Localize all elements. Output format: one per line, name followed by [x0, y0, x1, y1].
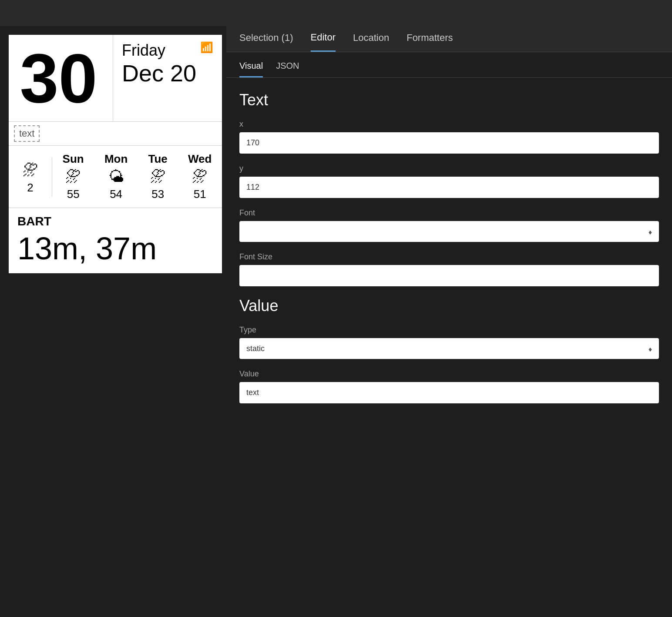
tab-formatters[interactable]: Formatters — [407, 26, 453, 52]
widget-bart-section: BART 13m, 37m — [9, 208, 222, 273]
text-dashed-element[interactable]: text — [14, 125, 40, 142]
weather-sun-temp: 55 — [67, 188, 80, 201]
weather-day-wed: Wed ⛈ 51 — [185, 150, 215, 203]
right-panel: Selection (1) Editor Location Formatters… — [226, 26, 672, 617]
value-field-group: Value — [239, 369, 659, 403]
top-bar — [0, 0, 672, 26]
x-label: x — [239, 120, 659, 129]
weather-mon-icon: 🌤 — [108, 168, 124, 186]
weather-tue-icon: ⛈ — [150, 168, 166, 186]
value-input[interactable] — [239, 382, 659, 403]
value-section-title: Value — [239, 297, 659, 315]
weather-sun-icon: ⛈ — [65, 168, 81, 186]
widget-top-section: 30 Friday 📶 Dec 20 — [9, 35, 222, 122]
tab-location[interactable]: Location — [353, 26, 389, 52]
font-label: Font — [239, 208, 659, 218]
widget-time: 30 — [9, 35, 113, 121]
font-size-input[interactable] — [239, 265, 659, 286]
widget-date: Dec 20 — [122, 60, 213, 87]
value-label: Value — [239, 369, 659, 379]
font-field-group: Font — [239, 208, 659, 242]
sub-tab-bar: Visual JSON — [226, 52, 672, 78]
editor-tab-bar: Selection (1) Editor Location Formatters — [226, 26, 672, 52]
weather-wed-icon: ⛈ — [192, 168, 208, 186]
editor-content-area: Text x y Font Fo — [226, 78, 672, 427]
text-section-title: Text — [239, 91, 659, 109]
widget-day: Friday — [122, 41, 165, 60]
widget-preview: 30 Friday 📶 Dec 20 text ⛈ 2 — [9, 35, 222, 273]
subtab-json[interactable]: JSON — [276, 61, 299, 77]
type-field-group: Type static dynamic — [239, 325, 659, 359]
weather-day-sun: Sun ⛈ 55 — [59, 150, 87, 203]
weather-sun-label: Sun — [63, 152, 84, 166]
y-field-group: y — [239, 164, 659, 198]
bart-title: BART — [17, 215, 213, 228]
tab-editor[interactable]: Editor — [311, 26, 336, 52]
font-select-wrapper — [239, 221, 659, 242]
bart-times: 13m, 37m — [17, 231, 213, 266]
weather-wed-label: Wed — [188, 152, 212, 166]
weather-current-icon: ⛈ — [23, 161, 38, 179]
wifi-icon: 📶 — [200, 41, 213, 54]
tab-selection[interactable]: Selection (1) — [239, 26, 293, 52]
weather-mon-temp: 54 — [110, 188, 122, 201]
y-input[interactable] — [239, 177, 659, 198]
weather-wed-temp: 51 — [194, 188, 206, 201]
left-panel: 30 Friday 📶 Dec 20 text ⛈ 2 — [0, 26, 226, 617]
weather-current-temp: 2 — [27, 181, 33, 194]
weather-day-mon: Mon 🌤 54 — [101, 150, 131, 203]
font-size-label: Font Size — [239, 252, 659, 262]
type-label: Type — [239, 325, 659, 335]
weather-tue-temp: 53 — [151, 188, 164, 201]
weather-tue-label: Tue — [148, 152, 168, 166]
weather-mon-label: Mon — [104, 152, 128, 166]
x-input[interactable] — [239, 132, 659, 154]
subtab-visual[interactable]: Visual — [239, 61, 263, 77]
type-select[interactable]: static dynamic — [239, 338, 659, 359]
type-select-wrapper: static dynamic — [239, 338, 659, 359]
y-label: y — [239, 164, 659, 173]
weather-forecast: Sun ⛈ 55 Mon 🌤 54 Tue ⛈ 53 — [52, 150, 222, 203]
widget-weather-section: ⛈ 2 Sun ⛈ 55 Mon 🌤 54 Tue — [9, 146, 222, 208]
weather-current: ⛈ 2 — [9, 157, 52, 197]
x-field-group: x — [239, 120, 659, 154]
weather-day-tue: Tue ⛈ 53 — [145, 150, 171, 203]
widget-date-section: Friday 📶 Dec 20 — [113, 35, 222, 121]
font-select[interactable] — [239, 221, 659, 242]
font-size-field-group: Font Size — [239, 252, 659, 286]
widget-text-overlay-row: text — [9, 122, 222, 146]
